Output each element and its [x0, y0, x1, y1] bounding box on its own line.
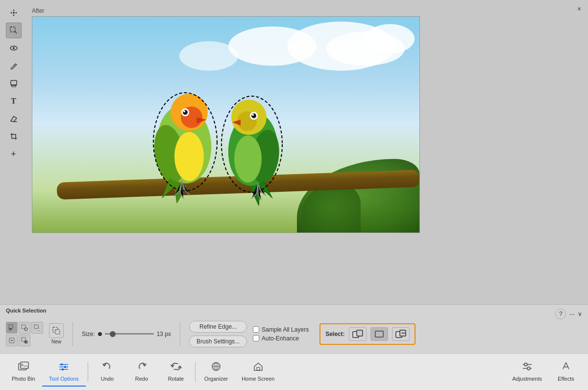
auto-enhance-label: Auto-Enhance	[262, 335, 299, 342]
organizer-icon	[211, 362, 221, 374]
birds-svg	[32, 17, 419, 233]
sample-all-layers-label: Sample All Layers	[262, 326, 309, 333]
svg-point-28	[24, 328, 27, 331]
quick-sel-variant-5[interactable]	[19, 335, 30, 346]
taskbar-undo[interactable]: Undo	[90, 358, 124, 387]
select-btn-1[interactable]	[349, 327, 367, 341]
checkboxes-area: Sample All Layers Auto-Enhance	[253, 326, 309, 342]
svg-point-64	[527, 367, 530, 370]
tool-options-bar: Quick Selection ? ··· ∨	[0, 304, 588, 353]
canvas-label: After	[32, 7, 44, 14]
svg-point-49	[21, 364, 23, 365]
eraser-tool[interactable]	[6, 111, 22, 127]
size-slider[interactable]	[105, 333, 154, 335]
undo-icon	[102, 362, 113, 374]
quick-sel-variant-1[interactable]	[6, 322, 18, 334]
options-divider-1	[73, 322, 73, 346]
svg-rect-54	[64, 366, 66, 368]
rotate-icon	[170, 362, 182, 374]
svg-point-26	[9, 328, 12, 331]
canvas-frame	[32, 16, 420, 233]
auto-enhance-checkbox[interactable]	[253, 335, 259, 341]
svg-point-22	[251, 113, 256, 118]
options-content: New Size: 13 px Refine Edge... Brush Set…	[6, 321, 582, 347]
taskbar-redo[interactable]: Redo	[124, 358, 159, 387]
help-area: ? ··· ∨	[555, 309, 582, 319]
new-button-area: New	[49, 323, 64, 344]
svg-point-13	[183, 110, 188, 115]
tool-variant-row-2	[6, 335, 43, 346]
tool-variant-row-1	[6, 322, 43, 334]
sample-all-layers-row: Sample All Layers	[253, 326, 309, 333]
tool-options-title: Quick Selection	[6, 308, 47, 313]
collapse-button[interactable]: ∨	[578, 311, 582, 317]
move-tool[interactable]	[6, 5, 22, 21]
effects-label: Effects	[558, 376, 574, 382]
adjustments-icon	[522, 362, 533, 374]
svg-point-14	[183, 110, 185, 112]
size-label: Size:	[82, 331, 95, 338]
canvas-area: After	[27, 0, 588, 304]
brush-tool[interactable]	[6, 58, 22, 74]
select-label: Select:	[325, 331, 344, 338]
effects-icon	[561, 362, 571, 374]
canvas-image	[32, 17, 419, 233]
quick-sel-variant-4[interactable]	[6, 335, 18, 346]
select-btn-3[interactable]	[392, 327, 410, 341]
taskbar-adjustments[interactable]: Adjustments	[505, 358, 549, 387]
close-button[interactable]: ×	[574, 4, 584, 14]
view-tool[interactable]	[6, 40, 22, 56]
redo-icon	[136, 362, 147, 374]
size-control: Size: 13 px	[82, 331, 171, 338]
svg-rect-39	[55, 330, 60, 334]
brush-settings-button[interactable]: Brush Settings...	[189, 336, 247, 347]
svg-rect-60	[257, 367, 260, 370]
add-tool[interactable]: +	[6, 146, 22, 162]
new-label: New	[51, 339, 61, 344]
new-icon[interactable]	[49, 323, 64, 338]
size-value: 13 px	[157, 331, 171, 338]
taskbar-sep-1	[88, 362, 88, 382]
photo-bin-label: Photo Bin	[12, 376, 35, 382]
svg-point-3	[13, 47, 15, 49]
bottom-taskbar: Photo Bin Tool Options	[0, 353, 588, 390]
top-area: T + After	[0, 0, 588, 304]
tool-variant-group	[6, 322, 43, 346]
svg-point-63	[524, 363, 527, 366]
home-screen-icon	[253, 362, 264, 374]
tool-options-icon	[58, 362, 69, 374]
sample-all-layers-checkbox[interactable]	[253, 326, 259, 333]
svg-rect-4	[11, 80, 17, 85]
options-divider-2	[180, 322, 180, 346]
taskbar-sep-2	[195, 362, 196, 382]
auto-enhance-row: Auto-Enhance	[253, 335, 309, 342]
svg-rect-29	[34, 325, 38, 329]
svg-rect-53	[61, 364, 63, 365]
quick-sel-variant-2[interactable]	[19, 322, 30, 334]
rotate-label: Rotate	[168, 376, 184, 382]
refine-edge-button[interactable]: Refine Edge...	[189, 321, 247, 333]
taskbar-tool-options[interactable]: Tool Options	[42, 358, 86, 387]
text-tool[interactable]: T	[6, 93, 22, 109]
help-button[interactable]: ?	[555, 309, 566, 319]
app-container: T + After	[0, 0, 588, 390]
taskbar-organizer[interactable]: Organizer	[197, 358, 235, 387]
taskbar-home-screen[interactable]: Home Screen	[235, 358, 281, 387]
quick-selection-tool[interactable]	[6, 23, 22, 38]
taskbar-rotate[interactable]: Rotate	[159, 358, 193, 387]
more-button[interactable]: ···	[569, 310, 575, 318]
organizer-label: Organizer	[204, 376, 228, 382]
redo-label: Redo	[135, 376, 148, 382]
home-screen-label: Home Screen	[242, 376, 274, 382]
stamp-tool[interactable]	[6, 76, 22, 91]
svg-point-18	[234, 135, 262, 182]
crop-tool[interactable]	[6, 129, 22, 144]
taskbar-photo-bin[interactable]: Photo Bin	[5, 358, 42, 387]
quick-sel-variant-3[interactable]	[31, 322, 43, 334]
svg-point-9	[174, 132, 204, 181]
svg-rect-55	[62, 368, 64, 370]
svg-point-0	[13, 12, 15, 14]
taskbar-effects[interactable]: Effects	[549, 358, 583, 387]
select-btn-2[interactable]	[370, 327, 388, 341]
left-toolbar: T +	[0, 0, 27, 304]
